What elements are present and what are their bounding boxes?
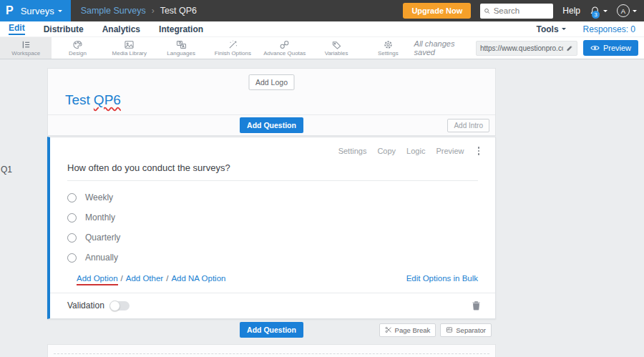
breadcrumb-current: Test QP6 <box>160 6 197 16</box>
toolbar-tab-media-library[interactable]: Media Library <box>104 37 155 59</box>
toolbar-tab-label: Variables <box>325 50 348 57</box>
responses-link[interactable]: Responses: 0 <box>583 24 635 34</box>
toolbar-tab-workspace[interactable]: Workspace <box>0 37 52 59</box>
palette-icon <box>72 40 83 49</box>
section-nav: Edit Distribute Analytics Integration To… <box>0 21 644 37</box>
page-break-label: Page Break <box>395 326 431 334</box>
survey-url-input[interactable] <box>480 44 563 52</box>
translate-icon <box>176 40 187 49</box>
survey-title-prefix: Test <box>65 92 90 107</box>
breadcrumb-parent-link[interactable]: Sample Surveys <box>81 6 146 16</box>
radio-button[interactable] <box>67 253 77 263</box>
image-icon <box>124 40 135 49</box>
option-label[interactable]: Annually <box>85 253 118 263</box>
chevron-down-icon <box>603 10 608 12</box>
radio-button[interactable] <box>67 213 77 222</box>
toolbar-tab-label: Advance Quotas <box>263 50 306 57</box>
add-intro-button[interactable]: Add Intro <box>447 119 489 132</box>
survey-header-card: Add Logo TestQP6 Add Question Add Intro <box>47 68 496 136</box>
add-question-button-top[interactable]: Add Question <box>240 117 303 133</box>
validation-toggle[interactable] <box>110 301 130 310</box>
preview-label: Preview <box>603 44 631 52</box>
delete-question-icon[interactable] <box>472 300 481 310</box>
product-label: Surveys <box>21 6 54 16</box>
survey-canvas: Add Logo TestQP6 Add Question Add Intro … <box>47 68 496 357</box>
toolbar-tab-languages[interactable]: Languages <box>155 37 207 59</box>
notifications-button[interactable]: 3 <box>590 6 608 16</box>
tools-label: Tools <box>537 24 559 34</box>
separator-slash: / <box>166 274 168 283</box>
add-other-link[interactable]: Add Other <box>126 274 163 283</box>
question-menu: Settings Copy Logic Preview <box>50 137 495 155</box>
toolbar-tab-label: Finish Options <box>215 50 251 57</box>
between-questions-strip: Add Question Page Break Separator <box>47 319 496 341</box>
breadcrumb-separator: › <box>152 6 155 16</box>
wand-icon <box>228 40 238 49</box>
survey-url-box[interactable] <box>476 41 577 56</box>
add-logo-button[interactable]: Add Logo <box>248 74 295 90</box>
edit-options-in-bulk-link[interactable]: Edit Options in Bulk <box>406 274 478 283</box>
toolbar-tab-label: Design <box>69 50 87 57</box>
more-options-icon[interactable] <box>475 147 483 155</box>
save-status: All changes saved <box>414 39 470 57</box>
top-bar: P Surveys Sample Surveys › Test QP6 Upgr… <box>0 0 644 21</box>
eye-icon <box>590 44 600 52</box>
radio-button[interactable] <box>67 233 77 243</box>
search-box[interactable] <box>480 4 553 19</box>
question-card: Settings Copy Logic Preview How often do… <box>47 137 496 319</box>
workspace-list-icon <box>21 40 31 49</box>
pencil-icon[interactable] <box>566 44 573 52</box>
add-na-option-link[interactable]: Add NA Option <box>171 274 225 283</box>
question-number-label: Q1 <box>1 165 12 175</box>
notification-count-badge: 3 <box>592 11 600 19</box>
surveys-menu[interactable]: P Surveys <box>0 0 71 21</box>
question-settings-link[interactable]: Settings <box>338 147 367 155</box>
preview-button[interactable]: Preview <box>583 40 638 56</box>
product-switcher[interactable]: Surveys <box>21 6 62 16</box>
toolbar-tab-label: Settings <box>378 50 399 57</box>
toolbar-tab-label: Languages <box>167 50 195 57</box>
page-break-button[interactable]: Page Break <box>379 323 436 337</box>
toolbar-tab-label: Workspace <box>11 50 40 57</box>
toolbar-tab-settings[interactable]: Settings <box>362 37 414 59</box>
chevron-down-icon <box>633 10 637 12</box>
option-label[interactable]: Weekly <box>85 192 113 202</box>
survey-title[interactable]: TestQP6 <box>65 92 121 108</box>
toolbar-tab-finish-options[interactable]: Finish Options <box>207 37 258 59</box>
separator-button[interactable]: Separator <box>440 323 492 337</box>
question-copy-link[interactable]: Copy <box>377 147 396 155</box>
toolbar-tab-design[interactable]: Design <box>52 37 103 59</box>
radio-button[interactable] <box>67 193 77 202</box>
question-preview-link[interactable]: Preview <box>436 147 464 155</box>
survey-header-top: Add Logo TestQP6 <box>48 69 495 114</box>
chevron-down-icon <box>562 28 566 30</box>
topbar-actions: Upgrade Now Help 3 A <box>403 0 644 21</box>
account-menu[interactable]: A <box>617 4 637 17</box>
strip-right-actions: Page Break Separator <box>379 323 492 337</box>
tools-menu[interactable]: Tools <box>537 24 566 34</box>
tab-distribute[interactable]: Distribute <box>44 24 84 34</box>
separator-icon <box>446 326 453 333</box>
toolbar-tab-advance-quotas[interactable]: Advance Quotas <box>259 37 311 59</box>
option-label[interactable]: Monthly <box>85 212 115 222</box>
option-label[interactable]: Quarterly <box>85 233 120 243</box>
help-link[interactable]: Help <box>562 6 580 16</box>
tab-integration[interactable]: Integration <box>159 24 203 34</box>
toolbar-tab-variables[interactable]: Variables <box>311 37 362 59</box>
survey-editor: Q1 Add Logo TestQP6 Add Question Add Int… <box>0 59 644 357</box>
tab-analytics[interactable]: Analytics <box>102 24 140 34</box>
answer-option-row: Weekly <box>67 192 478 202</box>
avatar: A <box>617 4 630 17</box>
add-question-button-bottom[interactable]: Add Question <box>240 322 303 338</box>
question-text[interactable]: How often do you conduct the surveys? <box>67 162 478 181</box>
add-option-links: Add Option/Add Other/Add NA Option <box>77 274 225 283</box>
questionpro-app: P Surveys Sample Surveys › Test QP6 Upgr… <box>0 0 644 357</box>
search-input[interactable] <box>494 6 550 15</box>
add-option-link[interactable]: Add Option <box>77 274 118 285</box>
survey-header-actions: Add Question Add Intro <box>48 114 495 135</box>
upgrade-now-button[interactable]: Upgrade Now <box>403 3 471 19</box>
chain-icon <box>279 40 290 49</box>
question-logic-link[interactable]: Logic <box>406 147 425 155</box>
tag-icon <box>331 40 342 49</box>
tab-edit[interactable]: Edit <box>9 23 25 35</box>
